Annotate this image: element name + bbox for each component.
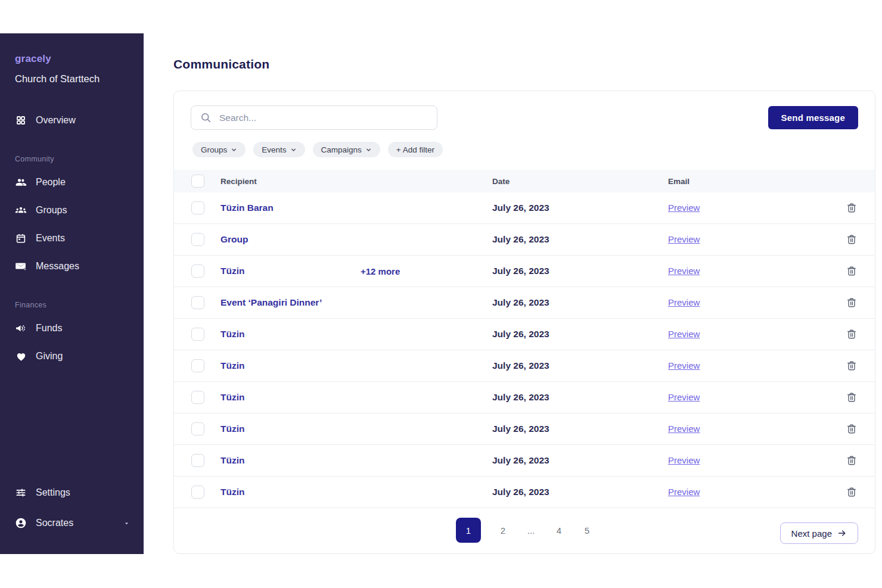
recipient-link[interactable]: Group: [220, 234, 361, 245]
sidebar-item-label: People: [36, 177, 66, 188]
filter-chip-groups[interactable]: Groups: [192, 142, 246, 157]
page-button-4[interactable]: 4: [553, 525, 565, 536]
search-input[interactable]: [219, 113, 430, 123]
page-button-5[interactable]: 5: [581, 525, 593, 536]
filter-chips: Groups Events Campaigns + Add filter: [192, 142, 443, 157]
row-checkbox[interactable]: [191, 486, 204, 499]
row-checkbox[interactable]: [191, 296, 204, 309]
trash-icon[interactable]: [846, 486, 858, 498]
table-row: Tüzin July 26, 2023 Preview: [174, 319, 875, 350]
section-label-finances: Finances: [15, 301, 129, 309]
recipient-link[interactable]: Tüzin: [220, 360, 361, 371]
table-row: Event ‘Panagiri Dinner’ July 26, 2023 Pr…: [174, 287, 875, 319]
trash-icon[interactable]: [846, 328, 858, 340]
chevron-down-icon: [231, 147, 237, 153]
trash-icon[interactable]: [846, 297, 858, 309]
page-button-2[interactable]: 2: [497, 525, 509, 536]
recipient-link[interactable]: Tüzin: [220, 424, 361, 434]
table-row: Tüzin July 26, 2023 Preview: [174, 382, 875, 413]
add-filter-chip[interactable]: + Add filter: [388, 142, 443, 157]
people-icon: [15, 176, 27, 188]
sidebar-item-label: Funds: [36, 323, 62, 334]
trash-icon[interactable]: [846, 234, 858, 245]
trash-icon[interactable]: [846, 360, 858, 372]
page-ellipsis: ...: [525, 525, 537, 536]
trash-icon[interactable]: [846, 265, 858, 277]
mail-icon: [15, 260, 27, 272]
page-button-1[interactable]: 1: [456, 518, 481, 543]
row-checkbox[interactable]: [191, 359, 204, 372]
trash-icon[interactable]: [846, 391, 858, 403]
megaphone-icon: [15, 322, 27, 334]
trash-icon[interactable]: [846, 423, 858, 435]
row-checkbox[interactable]: [191, 265, 204, 278]
arrow-right-icon: [837, 528, 847, 538]
search-box: [191, 105, 437, 130]
messages-table: Recipient Date Email Tüzin Baran July 26…: [174, 170, 875, 508]
filter-chip-label: + Add filter: [396, 145, 434, 154]
recipient-extra[interactable]: +12 more: [361, 266, 492, 276]
recipient-link[interactable]: Tüzin: [220, 392, 361, 403]
trash-icon[interactable]: [846, 455, 858, 466]
search-icon: [200, 112, 212, 123]
preview-link[interactable]: Preview: [668, 424, 700, 434]
table-row: Tüzin July 26, 2023 Preview: [174, 350, 875, 382]
next-page-button[interactable]: Next page: [780, 522, 858, 544]
sidebar-item-overview[interactable]: Overview: [15, 113, 129, 127]
row-checkbox[interactable]: [191, 422, 204, 435]
preview-link[interactable]: Preview: [668, 329, 700, 339]
grid-icon: [15, 114, 27, 126]
preview-link[interactable]: Preview: [668, 392, 700, 402]
recipient-link[interactable]: Tüzin: [220, 266, 361, 276]
table-row: Tüzin July 26, 2023 Preview: [174, 413, 875, 445]
recipient-link[interactable]: Tüzin: [220, 455, 361, 466]
table-row: Tüzin July 26, 2023 Preview: [174, 445, 875, 477]
table-header: Recipient Date Email: [174, 170, 875, 192]
sidebar-item-label: Events: [36, 233, 65, 244]
preview-link[interactable]: Preview: [668, 455, 700, 465]
send-message-button[interactable]: Send message: [768, 106, 858, 129]
preview-link[interactable]: Preview: [668, 234, 700, 244]
preview-link[interactable]: Preview: [668, 266, 700, 276]
row-checkbox[interactable]: [191, 201, 204, 214]
recipient-link[interactable]: Tüzin Baran: [220, 203, 361, 213]
filter-chip-label: Groups: [201, 145, 227, 154]
recipient-link[interactable]: Tüzin: [220, 329, 361, 340]
sidebar-item-giving[interactable]: Giving: [15, 349, 129, 363]
filter-chip-label: Events: [262, 145, 286, 154]
sidebar-item-label: Groups: [36, 205, 67, 216]
preview-link[interactable]: Preview: [668, 487, 700, 497]
user-menu[interactable]: Socrates: [15, 516, 131, 530]
date-cell: July 26, 2023: [492, 266, 668, 276]
recipient-link[interactable]: Tüzin: [220, 487, 361, 497]
heart-icon: [15, 350, 27, 362]
sidebar-item-funds[interactable]: Funds: [15, 321, 129, 335]
recipient-link[interactable]: Event ‘Panagiri Dinner’: [220, 297, 361, 308]
groups-icon: [15, 204, 27, 216]
sidebar-item-label: Overview: [36, 115, 76, 126]
filter-chip-campaigns[interactable]: Campaigns: [313, 142, 380, 157]
preview-link[interactable]: Preview: [668, 203, 700, 213]
sidebar-item-people[interactable]: People: [15, 175, 129, 189]
caret-down-icon: [123, 519, 131, 527]
row-checkbox[interactable]: [191, 391, 204, 404]
sliders-icon: [15, 487, 27, 499]
select-all-checkbox[interactable]: [191, 175, 204, 188]
calendar-icon: [15, 232, 27, 244]
date-cell: July 26, 2023: [492, 297, 668, 308]
sidebar-item-settings[interactable]: Settings: [15, 486, 131, 500]
date-cell: July 26, 2023: [492, 329, 668, 340]
row-checkbox[interactable]: [191, 233, 204, 246]
chevron-down-icon: [290, 147, 297, 153]
filter-chip-label: Campaigns: [321, 145, 362, 154]
sidebar-item-messages[interactable]: Messages: [15, 259, 129, 273]
filter-chip-events[interactable]: Events: [253, 142, 305, 157]
row-checkbox[interactable]: [191, 328, 204, 341]
preview-link[interactable]: Preview: [668, 297, 700, 307]
trash-icon[interactable]: [846, 202, 858, 214]
sidebar-item-events[interactable]: Events: [15, 231, 129, 245]
next-page-label: Next page: [791, 528, 832, 539]
row-checkbox[interactable]: [191, 454, 204, 467]
sidebar-item-groups[interactable]: Groups: [15, 203, 129, 217]
preview-link[interactable]: Preview: [668, 360, 700, 371]
